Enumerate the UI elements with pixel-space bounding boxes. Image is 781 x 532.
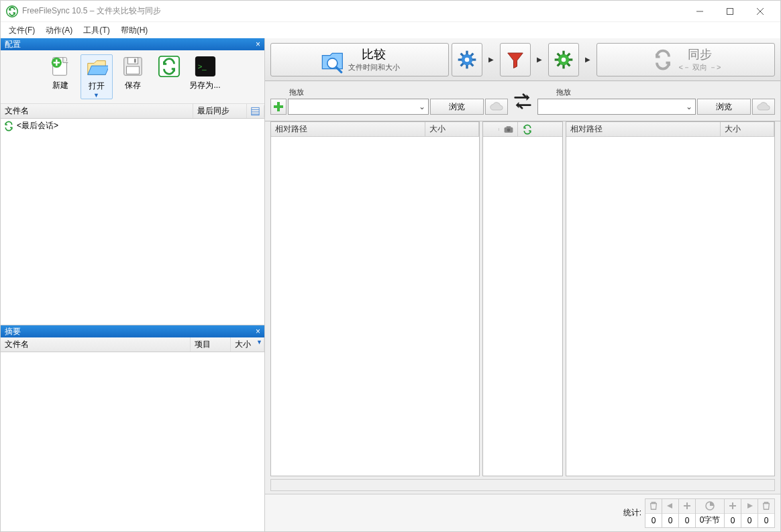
right-grid: 相对路径 大小 [566, 121, 775, 476]
sync-grey-icon [651, 48, 675, 72]
summary-panel-close-icon[interactable]: × [256, 327, 260, 336]
open-config-button[interactable]: 打开 ▼ [81, 54, 113, 99]
stat-val-2: 0 [685, 514, 690, 527]
action-icon[interactable] [518, 122, 537, 136]
sum-col-filename[interactable]: 文件名 [1, 337, 191, 352]
compare-icon [320, 48, 344, 72]
new-icon [48, 54, 72, 78]
arrow-left-icon [662, 499, 678, 514]
sync-settings-button[interactable] [548, 43, 579, 76]
right-grid-body[interactable] [566, 137, 774, 476]
stat-update-left: 0 [662, 498, 679, 528]
save-as-sync-button[interactable] [153, 54, 185, 99]
svg-point-39 [507, 128, 510, 131]
stat-val-5: 0 [747, 514, 752, 527]
stat-create-right: 0 [724, 498, 741, 528]
svg-rect-40 [506, 126, 510, 127]
left-cloud-button[interactable] [485, 99, 508, 115]
compare-sub-label: 文件时间和大小 [348, 62, 400, 72]
config-list[interactable]: <最后会话> [1, 119, 264, 325]
compare-button[interactable]: 比较 文件时间和大小 [270, 43, 449, 76]
status-bar: 统计: 0 0 0 0字节 0 0 [265, 494, 780, 531]
sync-button[interactable]: 同步 <－ 双向 －> [596, 43, 775, 76]
title-bar: FreeFileSync 10.5 – 文件夹比较与同步 [1, 1, 780, 22]
gear-blue-icon [456, 49, 478, 70]
stat-val-3: 0字节 [700, 514, 721, 527]
plus-left-icon [679, 499, 695, 514]
action-bar: 比较 文件时间和大小 ▶ ▶ ▶ [265, 38, 780, 81]
funnel-icon [505, 50, 525, 70]
save-config-button[interactable]: 保存 [117, 54, 149, 99]
trash-icon [758, 499, 774, 514]
menu-action[interactable]: 动作(A) [40, 23, 78, 38]
filter-dropdown[interactable]: ▶ [533, 43, 545, 76]
summary-body [1, 352, 264, 531]
svg-rect-2 [727, 8, 733, 14]
window-title: FreeFileSync 10.5 – 文件夹比较与同步 [22, 5, 684, 17]
menu-tools[interactable]: 工具(T) [78, 23, 115, 38]
middle-grid-body[interactable] [483, 137, 562, 476]
menu-file[interactable]: 文件(F) [3, 23, 40, 38]
col-filename[interactable]: 文件名 [1, 104, 193, 118]
right-folder-input[interactable]: ⌄ [537, 99, 696, 115]
swap-button[interactable] [511, 89, 535, 113]
stats-label: 统计: [623, 507, 641, 519]
left-grid-header: 相对路径 大小 [271, 122, 479, 137]
folder-pair-row: 拖放 ⌄ 浏览 拖放 ⌄ 浏览 [265, 81, 780, 121]
add-pair-button[interactable] [270, 99, 287, 115]
category-icon[interactable] [499, 122, 518, 136]
svg-rect-37 [274, 105, 283, 108]
stat-bytes: 0字节 [695, 498, 725, 528]
right-cloud-button[interactable] [752, 99, 775, 115]
right-col-relpath[interactable]: 相对路径 [566, 122, 721, 136]
sync-settings-dropdown[interactable]: ▶ [582, 43, 594, 76]
left-col-size[interactable]: 大小 [425, 122, 479, 136]
left-col-relpath[interactable]: 相对路径 [271, 122, 425, 136]
stat-val-6: 0 [764, 514, 769, 527]
summary-panel: 摘要 × 文件名 项目 大小 ▼ [1, 325, 264, 531]
sort-desc-icon: ▼ [256, 339, 262, 345]
middle-grid [482, 121, 563, 476]
right-column: 比较 文件时间和大小 ▶ ▶ ▶ [265, 38, 780, 531]
col-options-icon[interactable] [247, 105, 264, 117]
pie-icon [696, 499, 724, 514]
filter-button[interactable] [500, 43, 531, 76]
right-col-size[interactable]: 大小 [721, 122, 774, 136]
left-browse-button[interactable]: 浏览 [430, 99, 484, 115]
right-browse-button[interactable]: 浏览 [697, 99, 751, 115]
menu-help[interactable]: 帮助(H) [115, 23, 154, 38]
config-list-header: 文件名 最后同步 [1, 104, 264, 119]
left-grid: 相对路径 大小 [270, 121, 480, 476]
col-last-sync[interactable]: 最后同步 [193, 104, 247, 118]
batch-icon: >_ [193, 54, 217, 78]
compare-dropdown[interactable]: ▶ [485, 43, 497, 76]
left-column: 配置 × 新建 打开 ▼ 保存 [1, 38, 265, 531]
save-icon [121, 54, 145, 78]
open-icon [85, 55, 109, 79]
open-label: 打开 [89, 81, 105, 92]
left-drag-label: 拖放 [270, 87, 508, 97]
new-config-button[interactable]: 新建 [44, 54, 76, 99]
config-panel-title: 配置 × [1, 38, 264, 50]
config-panel-close-icon[interactable]: × [256, 40, 260, 49]
left-folder-input[interactable]: ⌄ [288, 99, 429, 115]
close-button[interactable] [745, 1, 775, 21]
gear-green-icon [553, 49, 574, 70]
maximize-button[interactable] [715, 1, 745, 21]
sum-col-items[interactable]: 项目 [191, 337, 231, 352]
menu-bar: 文件(F) 动作(A) 工具(T) 帮助(H) [1, 22, 780, 38]
sum-col-size[interactable]: 大小 ▼ [231, 337, 264, 352]
svg-point-28 [465, 57, 470, 62]
dropdown-icon: ▼ [93, 92, 99, 99]
minimize-button[interactable] [684, 1, 715, 21]
left-grid-body[interactable] [271, 137, 479, 476]
save-label: 保存 [125, 80, 141, 91]
config-panel-label: 配置 [5, 39, 21, 50]
horizontal-scrollbar[interactable] [270, 479, 775, 491]
save-as-batch-button[interactable]: >_ 另存为... [189, 54, 221, 99]
chevron-down-icon: ⌄ [686, 102, 692, 111]
right-drag-label: 拖放 [537, 87, 775, 97]
config-item[interactable]: <最后会话> [1, 119, 264, 133]
right-grid-header: 相对路径 大小 [566, 122, 774, 137]
compare-settings-button[interactable] [452, 43, 482, 76]
